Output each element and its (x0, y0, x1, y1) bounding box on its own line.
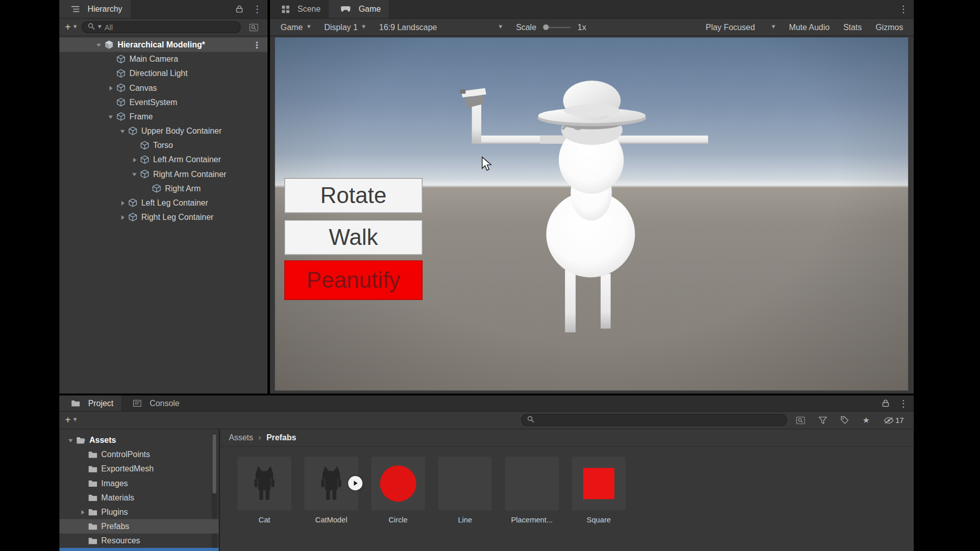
game-viewport[interactable]: RotateWalkPeanutify (275, 37, 908, 390)
tab-scene[interactable]: Scene (270, 0, 329, 18)
open-search-window-icon[interactable] (792, 412, 809, 429)
expand-toggle-icon[interactable] (106, 113, 115, 119)
game-mode-dropdown[interactable]: Game ▼ (274, 19, 317, 36)
scale-control[interactable]: Scale 1x (509, 19, 593, 36)
breadcrumb-root[interactable]: Assets (229, 433, 253, 442)
folder-row-images[interactable]: Images (59, 476, 218, 490)
kebab-icon[interactable]: ⋮ (253, 37, 261, 52)
stats-button[interactable]: Stats (837, 22, 869, 32)
expand-toggle-icon[interactable] (78, 509, 87, 515)
folder-label: Prefabs (101, 521, 129, 531)
hierarchy-row-hierarchical-modeling[interactable]: Hierarchical Modeling*⋮ (59, 37, 267, 52)
hierarchy-row-main-camera[interactable]: Main Camera (59, 52, 267, 66)
folder-row-plugins[interactable]: Plugins (59, 505, 218, 519)
folder-row-resources[interactable]: Resources (59, 534, 218, 548)
folder-row-row[interactable] (59, 548, 218, 551)
hierarchy-row-eventsystem[interactable]: EventSystem (59, 95, 267, 109)
favorite-star-icon[interactable]: ★ (858, 412, 874, 429)
hierarchy-row-right-leg-container[interactable]: Right Leg Container (59, 210, 267, 224)
folder-icon (87, 465, 98, 473)
hierarchy-row-torso[interactable]: Torso (59, 138, 267, 153)
expand-toggle-icon[interactable] (106, 85, 115, 91)
expand-toggle-icon[interactable] (117, 214, 127, 220)
hierarchy-row-upper-body-container[interactable]: Upper Body Container (59, 123, 267, 138)
asset-line[interactable]: Line (438, 457, 492, 524)
prefab-expand-badge[interactable] (348, 476, 362, 490)
hidden-count-eye-icon[interactable]: 17 (879, 412, 908, 429)
asset-circle[interactable]: Circle (371, 457, 425, 524)
folder-row-controlpoints[interactable]: ControlPoints (59, 447, 218, 462)
expand-toggle-icon[interactable] (129, 171, 138, 177)
kebab-icon[interactable]: ⋮ (893, 0, 914, 18)
tabbar-spacer (389, 0, 893, 18)
chevron-down-icon: ▼ (74, 25, 77, 30)
peanutify-button[interactable]: Peanutify (284, 261, 423, 300)
gizmos-dropdown[interactable]: Gizmos (869, 22, 910, 32)
hierarchy-row-left-leg-container[interactable]: Left Leg Container (59, 195, 267, 210)
plus-icon: + (65, 415, 70, 425)
search-by-type-icon[interactable] (814, 412, 831, 429)
hierarchy-row-frame[interactable]: Frame (59, 109, 267, 123)
mute-audio-button[interactable]: Mute Audio (782, 22, 837, 32)
asset-placement[interactable]: Placement... (505, 457, 558, 524)
display-dropdown[interactable]: Display 1 ▼ (317, 19, 373, 36)
gameobject-cube-icon (139, 155, 150, 164)
create-asset-button[interactable]: + ▼ (65, 415, 77, 425)
folder-label: Materials (101, 493, 134, 502)
hierarchy-item-label: Left Arm Container (153, 155, 221, 164)
tab-project[interactable]: Project (59, 395, 121, 411)
folder-label: Images (101, 479, 128, 488)
lock-icon[interactable] (232, 0, 247, 18)
hierarchy-tree: Hierarchical Modeling*⋮Main CameraDirect… (59, 36, 267, 224)
button-label: Gizmos (875, 22, 903, 32)
project-toolbar: + ▼ ★ 17 (59, 412, 914, 429)
scale-slider-knob[interactable] (543, 24, 549, 30)
asset-cat[interactable]: Cat (237, 457, 291, 524)
walk-button[interactable]: Walk (284, 220, 423, 255)
rotate-button[interactable]: Rotate (284, 178, 423, 213)
asset-square[interactable]: Square (572, 457, 625, 524)
breadcrumb-current[interactable]: Prefabs (266, 433, 296, 442)
expand-toggle-icon[interactable] (66, 437, 75, 443)
hierarchy-search-input[interactable]: ▼ All (82, 21, 240, 33)
tab-game[interactable]: Game (329, 0, 389, 18)
play-focused-dropdown[interactable]: Play Focused ▼ (699, 22, 782, 32)
create-object-button[interactable]: + ▼ (65, 22, 77, 32)
folder-row-assets[interactable]: Assets (59, 433, 218, 447)
folder-label: ControlPoints (101, 450, 150, 459)
expand-toggle-icon[interactable] (129, 157, 138, 163)
folder-row-exportedmesh[interactable]: ExportedMesh (59, 462, 218, 476)
asset-label: CatModel (304, 515, 358, 524)
search-by-label-icon[interactable] (836, 412, 853, 429)
asset-thumbnail (304, 457, 358, 510)
expand-toggle-icon[interactable] (117, 128, 127, 134)
expand-toggle-icon[interactable] (94, 41, 103, 47)
search-filter-caret-icon[interactable]: ▼ (98, 25, 102, 30)
asset-catmodel[interactable]: CatModel (304, 457, 358, 524)
cat-model-thumbnail (251, 465, 278, 502)
chevron-down-icon: ▼ (772, 25, 775, 30)
scale-slider[interactable] (543, 27, 571, 28)
lock-icon[interactable] (878, 395, 893, 411)
open-search-window-icon[interactable] (246, 23, 262, 31)
hierarchy-row-right-arm-container[interactable]: Right Arm Container (59, 167, 267, 181)
dropdown-value: Play Focused (706, 22, 755, 32)
tab-console[interactable]: Console (121, 395, 187, 411)
folder-row-materials[interactable]: Materials (59, 490, 218, 505)
hierarchy-row-canvas[interactable]: Canvas (59, 81, 267, 95)
project-search-input[interactable] (521, 414, 787, 426)
hierarchy-item-label: Right Leg Container (141, 212, 214, 221)
hierarchy-row-right-arm[interactable]: Right Arm (59, 181, 267, 195)
hierarchy-row-directional-light[interactable]: Directional Light (59, 66, 267, 81)
folder-row-prefabs[interactable]: Prefabs (59, 519, 218, 534)
expand-toggle-icon[interactable] (117, 199, 127, 206)
aspect-ratio-dropdown[interactable]: 16:9 Landscape ▼ (372, 19, 509, 36)
kebab-icon[interactable]: ⋮ (893, 395, 914, 411)
kebab-icon[interactable]: ⋮ (247, 0, 267, 18)
hierarchy-row-left-arm-container[interactable]: Left Arm Container (59, 153, 267, 167)
scene-icon (103, 40, 114, 49)
chevron-down-icon: ▼ (499, 25, 502, 30)
asset-thumbnail (237, 457, 291, 510)
scale-label: Scale (516, 22, 536, 32)
tab-hierarchy[interactable]: Hierarchy (59, 0, 130, 18)
